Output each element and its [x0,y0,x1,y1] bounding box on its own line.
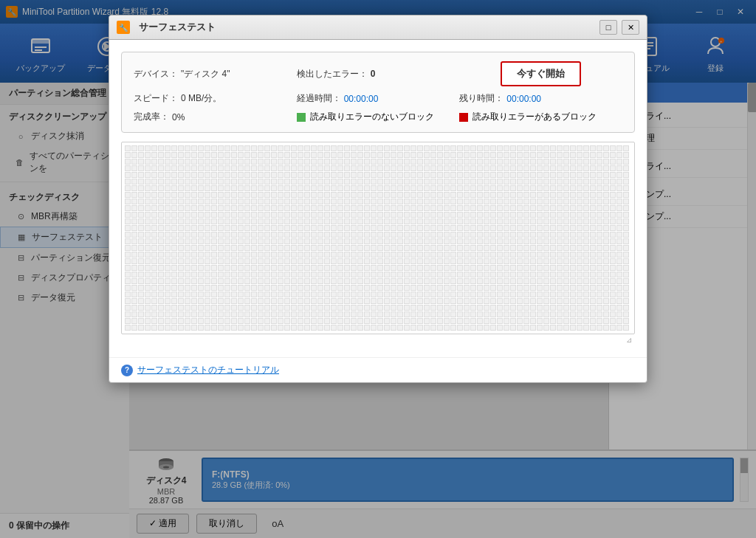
scan-cell [490,252,496,258]
scan-cell [311,252,317,258]
scan-cell [344,265,350,271]
scan-cell [151,305,157,311]
scan-cell [497,212,503,218]
scan-cell [311,258,317,264]
scan-cell [158,232,164,238]
scan-cell [298,152,303,158]
scan-cell [211,285,217,291]
scan-cell [158,192,164,198]
scan-cell [271,199,277,204]
scan-cell [597,265,602,271]
scan-cell [165,305,171,311]
scan-cell [238,159,244,165]
scan-cell [324,238,330,244]
scan-cell [623,225,629,231]
scan-cell [278,252,284,258]
scan-cell [165,145,171,151]
scan-cell [178,212,184,218]
scan-cell [610,205,616,211]
scan-cell [377,285,383,291]
scan-cell [205,185,210,191]
scan-cell [490,145,496,151]
scan-cell [278,292,284,297]
scan-cell [131,152,137,158]
scan-cell [417,278,423,284]
scan-cell [391,185,396,191]
scan-cell [484,199,489,204]
scan-cell [610,172,616,178]
scan-cell [238,258,244,264]
scan-cell [590,292,596,297]
scan-cell [337,179,343,184]
scan-cell [430,285,436,291]
scan-cell [171,225,177,231]
scan-cell [510,205,516,211]
scan-cell [278,152,284,158]
scan-cell [410,265,416,271]
scan-cell [344,258,350,264]
scan-cell [178,238,184,244]
scan-cell [504,225,509,231]
scan-cell [198,152,204,158]
scan-cell [344,212,350,218]
scan-cell [344,245,350,251]
scan-cell [557,205,563,211]
scan-cell [205,305,210,311]
scan-cell [457,238,463,244]
completion-value: 0% [172,112,185,123]
scan-cell [603,218,609,224]
scan-cell [125,159,131,165]
help-link[interactable]: サーフェステストのチュートリアル [137,364,279,376]
scan-cell [211,225,217,231]
scan-cell [623,192,629,198]
scan-cell [125,179,131,184]
scan-cell [477,278,483,284]
scan-cell [271,252,277,258]
scan-cell [324,311,330,317]
scan-cell [430,185,436,191]
scan-cell [523,199,529,204]
dialog-close-button[interactable]: ✕ [622,20,639,35]
scan-cell [185,265,190,271]
scan-cell [616,145,622,151]
scan-cell [284,179,290,184]
scan-cell [583,258,589,264]
scan-cell [623,238,629,244]
scan-cell [251,265,257,271]
scan-cell [138,305,144,311]
scan-cell [284,252,290,258]
resize-handle[interactable]: ⊿ [121,334,635,345]
dialog-maximize-button[interactable]: □ [599,20,617,35]
scan-cell [504,305,509,311]
scan-cell [324,205,330,211]
scan-cell [231,232,237,238]
scan-cell [384,292,390,297]
scan-cell [351,238,357,244]
scan-cell [185,159,190,165]
scan-cell [377,212,383,218]
scan-cell [497,252,503,258]
scan-cell [344,252,350,258]
scan-cell [131,278,137,284]
scan-cell [384,185,390,191]
scan-cell [570,185,576,191]
scan-cell [317,245,323,251]
scan-cell [224,258,230,264]
dialog-title: サーフェステスト [139,21,595,34]
scan-cell [337,318,343,324]
scan-cell [590,212,596,218]
scan-cell [238,252,244,258]
scan-cell [470,292,476,297]
scan-cell [371,212,377,218]
scan-cell [258,265,264,271]
scan-cell [444,258,450,264]
scan-cell [484,278,489,284]
scan-cell [364,272,370,277]
scan-cell [158,305,164,311]
start-button[interactable]: 今すぐ開始 [501,61,581,86]
scan-cell [570,192,576,198]
scan-cell [264,152,270,158]
scan-cell [191,318,197,324]
scan-cell [577,172,583,178]
scan-cell [271,205,277,211]
